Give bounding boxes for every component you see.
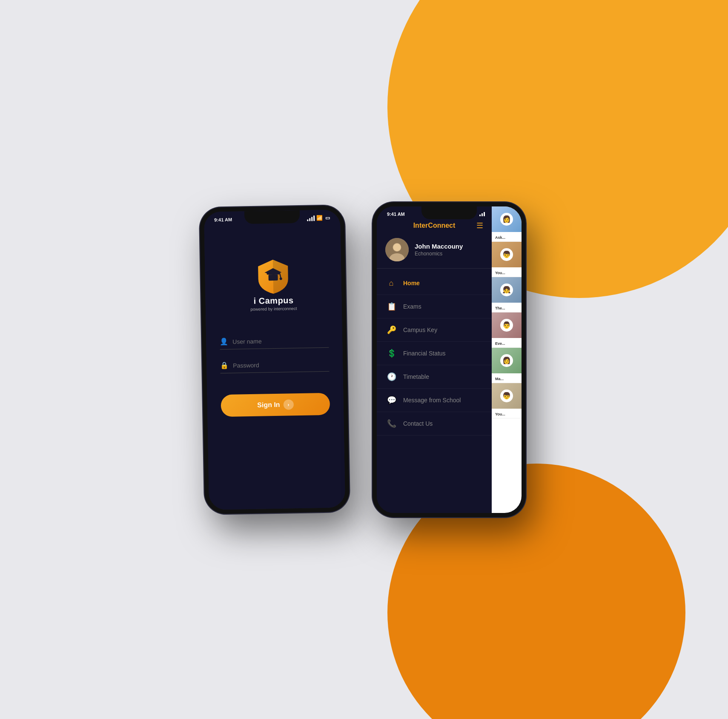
content-panel: 👩 Ask... 👦 You... 👧 The... [492,206,522,513]
exams-icon: 📋 [387,302,396,311]
messages-icon: 💬 [387,395,396,405]
avatar [385,238,409,261]
content-label-3: The... [492,303,522,312]
content-label-2: You... [492,267,522,277]
content-label-5: Ma... [492,373,522,383]
volume-up-button [200,297,202,331]
password-input[interactable] [233,360,329,369]
phones-container: 9:41 AM 📶 ▭ [202,202,526,517]
username-field-row: 👤 [220,335,329,349]
menu-item-exams[interactable]: 📋 Exams [377,295,492,318]
content-label-4: Eve... [492,338,522,347]
app-logo [256,257,291,296]
thumbnail-6: 👦 [492,383,522,409]
status-icons-2 [479,212,485,216]
content-item-3: 👧 The... [492,277,522,312]
menu-item-label-exams: Exams [403,303,421,310]
face-5: 👩 [500,354,513,367]
app-subtitle: powered by interconnect [250,306,297,312]
contact-icon: 📞 [387,419,396,428]
volume-mute-button [200,263,201,289]
content-item-4: 👨 Eve... [492,312,522,348]
svg-rect-4 [269,274,278,280]
hamburger-icon[interactable]: ☰ [476,221,483,230]
menu-item-home[interactable]: ⌂ Home [377,272,492,295]
menu-item-label-financial: Financial Status [403,350,446,357]
signal-icon [307,215,315,221]
signin-label: Sign In [257,401,280,409]
thumbnail-1: 👩 [492,206,522,232]
home-icon: ⌂ [387,279,396,288]
signal-icon-2 [479,212,485,216]
thumbnail-2: 👦 [492,242,522,267]
content-item-2: 👦 You... [492,242,522,277]
face-1: 👩 [500,213,513,226]
content-item-6: 👦 You... [492,383,522,418]
face-4: 👨 [500,319,513,332]
volume-down-button [200,337,202,371]
sidebar-title: InterConnect [413,222,456,229]
status-time: 9:41 AM [214,217,232,222]
power-button [346,303,349,345]
timetable-icon: 🕐 [387,372,396,381]
face-6: 👦 [500,390,513,402]
avatar-image [385,238,409,261]
menu-screen: 9:41 AM InterConnect ☰ [377,206,522,513]
status-bar-2: 9:41 AM [377,206,492,218]
logo-area: i Campus powered by interconnect [249,257,297,312]
thumbnail-4: 👨 [492,312,522,338]
content-label-1: Ask... [492,232,522,241]
menu-item-financial[interactable]: 💲 Financial Status [377,342,492,365]
user-info: John Maccouny Echonomics [415,243,463,257]
menu-item-timetable[interactable]: 🕐 Timetable [377,365,492,389]
content-label-6: You... [492,409,522,418]
password-field-row: 🔒 [220,359,329,373]
login-fields: 👤 🔒 [220,335,329,373]
menu-item-label-messages: Message from School [403,397,461,404]
menu-item-label-home: Home [403,280,420,286]
menu-item-label-timetable: Timetable [403,373,429,380]
signin-chevron-icon: › [283,399,293,410]
menu-item-label-campus-key: Campus Key [403,327,437,333]
wifi-icon: 📶 [316,215,323,221]
status-time-2: 9:41 AM [387,212,405,217]
battery-icon: ▭ [325,215,330,221]
sidebar: 9:41 AM InterConnect ☰ [377,206,492,513]
financial-icon: 💲 [387,349,396,358]
signin-button[interactable]: Sign In › [221,392,330,416]
user-name: John Maccouny [415,243,463,250]
sidebar-header: InterConnect ☰ [377,218,492,231]
phone-menu: 9:41 AM InterConnect ☰ [373,202,526,517]
user-department: Echonomics [415,251,463,257]
menu-item-label-contact: Contact Us [403,420,433,427]
content-item-5: 👩 Ma... [492,348,522,383]
face-3: 👧 [500,284,513,296]
menu-item-messages[interactable]: 💬 Message from School [377,389,492,412]
key-icon: 🔑 [387,325,396,335]
app-name: i Campus [253,295,293,306]
status-bar: 9:41 AM 📶 ▭ [204,209,340,225]
face-2: 👦 [500,248,513,261]
thumbnail-5: 👩 [492,348,522,373]
login-screen: 9:41 AM 📶 ▭ [204,209,345,510]
thumbnail-3: 👧 [492,277,522,303]
menu-items-list: ⌂ Home 📋 Exams 🔑 Campus Key 💲 Financial … [377,269,492,513]
menu-item-contact[interactable]: 📞 Contact Us [377,412,492,435]
user-profile: John Maccouny Echonomics [377,231,492,269]
status-icons: 📶 ▭ [307,215,330,221]
svg-point-8 [393,243,401,251]
avatar-svg [385,238,409,261]
username-input[interactable] [232,336,329,345]
user-icon: 👤 [220,337,228,345]
lock-icon: 🔒 [220,361,229,369]
content-item-1: 👩 Ask... [492,206,522,242]
menu-item-campus-key[interactable]: 🔑 Campus Key [377,318,492,342]
phone-login: 9:41 AM 📶 ▭ [200,205,350,514]
